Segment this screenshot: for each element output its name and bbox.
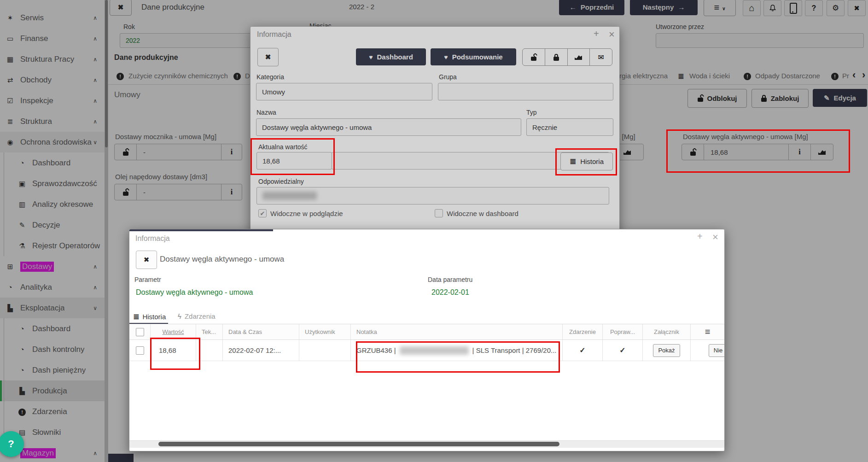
chart-button[interactable]	[811, 144, 833, 160]
sidebar-item-analityka[interactable]: ◔Analityka∧	[0, 277, 105, 298]
mobile-button[interactable]	[784, 0, 802, 16]
select-all-checkbox[interactable]	[136, 328, 144, 336]
info-button[interactable]: i	[221, 184, 242, 200]
close-window-button[interactable]	[848, 0, 866, 16]
tab-woda-i-scieki[interactable]: Woda i ścieki	[689, 72, 730, 80]
tabs-scroll-right-icon[interactable]	[862, 69, 865, 81]
col-menu[interactable]	[691, 324, 724, 339]
sidebar-item-inspekcje[interactable]: ☑Inspekcje∧	[0, 90, 105, 111]
info-button[interactable]: i	[221, 144, 242, 160]
col-zalacznik[interactable]: Załącznik	[643, 324, 691, 339]
modal-close-button[interactable]	[257, 48, 279, 66]
next-button[interactable]: Następny	[630, 0, 698, 15]
sidebar-item-finanse[interactable]: ▭Finanse∧	[0, 28, 105, 49]
modal-top-accent	[129, 229, 273, 231]
odblokuj-button[interactable]: Odblokuj	[687, 89, 747, 108]
dashboard-button[interactable]: Dashboard	[356, 48, 426, 65]
table-row[interactable]: 18,68 2022-02-07 12:... GRZUB436 || SLS …	[129, 340, 724, 361]
sidebar-item-struktura[interactable]: ≣Struktura∧	[0, 111, 105, 132]
tab-zuzycie-czynnikow[interactable]: Zużycie czynników chemicznych	[128, 72, 228, 80]
sidebar-item-produkcja[interactable]: ▙Produkcja	[0, 380, 105, 401]
tabs-scroll-left-icon[interactable]	[852, 69, 856, 81]
unlock-button[interactable]	[682, 144, 704, 160]
sidebar-scrollbar-thumb[interactable]	[105, 0, 108, 147]
utworzone-przez-input[interactable]	[656, 33, 864, 48]
zablokuj-button[interactable]: Zablokuj	[751, 89, 809, 108]
envelope-button[interactable]	[590, 49, 612, 65]
redacted-text	[400, 346, 469, 355]
aktualna-wartosc-input[interactable]: 18,68	[256, 152, 332, 170]
kategoria-input[interactable]: Umowy	[256, 83, 432, 100]
row-checkbox[interactable]	[136, 346, 144, 355]
sidebar-item-dash-kontrolny[interactable]: ◔Dash kontrolny	[0, 339, 105, 360]
sidebar-item-rejestr-operatorow[interactable]: ⚗Rejestr Operatorów	[0, 235, 105, 256]
sidebar-item-analizy-okresowe[interactable]: ▥Analizy okresowe	[0, 194, 105, 215]
grupa-input[interactable]	[438, 83, 613, 100]
widoczne-dashboard-checkbox[interactable]	[435, 209, 443, 217]
col-tekst[interactable]: Tek...	[196, 324, 223, 339]
home-button[interactable]	[743, 0, 761, 16]
col-notatka[interactable]: Notatka	[351, 324, 563, 339]
horizontal-scrollbar[interactable]	[129, 440, 724, 448]
col-poprawione[interactable]: Popraw...	[603, 324, 643, 339]
sidebar-item-dashboard-ochrona[interactable]: ◔Dashboard	[0, 152, 105, 173]
nazwa-input[interactable]: Dostawy węgla aktywnego - umowa	[256, 118, 521, 136]
tab-odpady-dostarczone[interactable]: Odpady Dostarczone	[755, 72, 820, 80]
close-icon[interactable]	[712, 234, 718, 242]
sidebar-item-serwis[interactable]: ✶Serwis∧	[0, 7, 105, 28]
scrollbar-thumb[interactable]	[158, 442, 559, 446]
help-button[interactable]	[805, 0, 823, 16]
col-wartosc[interactable]: Wartość	[151, 324, 196, 339]
info-icon: i	[798, 148, 800, 156]
heart-icon	[369, 53, 373, 61]
lock-button[interactable]	[545, 49, 568, 65]
sidebar-item-dash-pieniezny[interactable]: ◔Dash pieniężny	[0, 360, 105, 380]
tab-zdarzenia[interactable]: Zdarzenia	[178, 312, 216, 320]
pokaz-button[interactable]: Pokaż	[653, 344, 680, 357]
sidebar-scrollbar[interactable]	[105, 0, 108, 462]
edycja-button[interactable]: Edycja	[813, 89, 867, 107]
close-page-button[interactable]	[110, 0, 132, 16]
historia-button[interactable]: Historia	[560, 152, 613, 170]
typ-input[interactable]: Ręcznie	[526, 118, 613, 136]
sidebar-item-sprawozdawczosc[interactable]: ▣Sprawozdawczość	[0, 173, 105, 194]
unlock-button[interactable]	[523, 49, 545, 65]
widoczne-podglad-checkbox[interactable]	[258, 209, 267, 217]
sidebar-item-decyzje[interactable]: ✎Decyzje	[0, 215, 105, 235]
tab-pr-partial[interactable]: Pr	[842, 72, 849, 80]
tab-historia[interactable]: Historia	[133, 312, 166, 321]
previous-button[interactable]: Poprzedni	[559, 0, 624, 15]
period-indicator: 2022 - 2	[349, 3, 374, 11]
unlock-button[interactable]	[115, 144, 137, 160]
col-uzytkownik[interactable]: Użytkownik	[299, 324, 351, 339]
sidebar-item-struktura-pracy[interactable]: ▦Struktura Pracy∧	[0, 49, 105, 70]
param-value-wegiel[interactable]: 18,68	[704, 144, 789, 160]
sidebar-item-zdarzenia[interactable]: !Zdarzenia	[0, 401, 105, 422]
notifications-button[interactable]	[763, 0, 781, 16]
unlock-button[interactable]	[115, 184, 137, 200]
sidebar-item-eksploatacja[interactable]: ▙Eksploatacja∨	[0, 298, 105, 318]
menu-dropdown-button[interactable]	[704, 0, 736, 16]
settings-button[interactable]	[827, 0, 845, 16]
modal-close-button[interactable]	[136, 251, 157, 269]
col-zdarzenie[interactable]: Zdarzenie	[563, 324, 603, 339]
info-button[interactable]: i	[789, 144, 811, 160]
sidebar-item-dashboard-eksploatacja[interactable]: ◔Dashboard	[0, 318, 105, 339]
param-value[interactable]: -	[137, 184, 221, 200]
heart-icon	[444, 53, 448, 61]
sidebar-item-obchody[interactable]: ⇄Obchody∧	[0, 70, 105, 90]
col-data-czas[interactable]: Data & Czas	[223, 324, 299, 339]
param-value[interactable]: -	[137, 144, 221, 160]
param-group-olej: - i	[114, 184, 242, 200]
chevron-up-icon: ∧	[93, 450, 97, 456]
tab-energia-elektryczna-partial[interactable]: rgia elektryczna	[619, 72, 668, 80]
expand-icon[interactable]	[594, 30, 599, 39]
close-icon[interactable]	[609, 31, 615, 40]
chart-button[interactable]	[568, 49, 590, 65]
expand-icon[interactable]	[697, 233, 703, 241]
odpowiedzialny-input[interactable]	[256, 187, 609, 205]
podsumowanie-button[interactable]: Podsumowanie	[431, 48, 516, 65]
nie-button-clipped[interactable]: Nie	[709, 344, 724, 357]
sidebar-item-ochrona-srodowiska[interactable]: ◉Ochrona środowiska∨	[0, 132, 105, 152]
sidebar-item-dostawy[interactable]: ⊞Dostawy∧	[0, 256, 105, 277]
